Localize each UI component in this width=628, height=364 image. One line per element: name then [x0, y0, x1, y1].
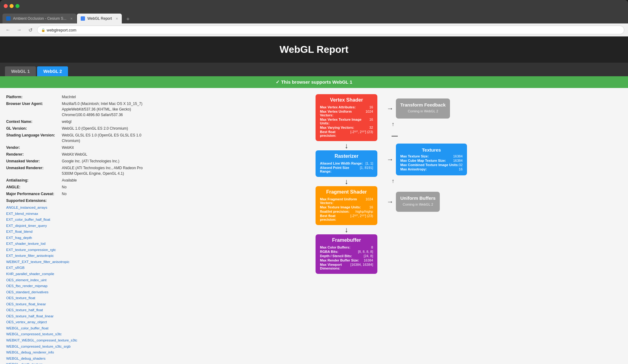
ext-link[interactable]: WEBGL_compressed_texture_s3tc_srgb: [6, 344, 155, 350]
ext-link[interactable]: OES_texture_float: [6, 295, 155, 301]
ext-link[interactable]: EXT_texture_filter_anisotropic: [6, 253, 155, 259]
vs-row-varying: Max Varying Vectors: 32: [320, 126, 373, 129]
minimize-button[interactable]: [10, 4, 14, 8]
vs-texture-value: 16: [369, 118, 373, 125]
shading-value: WebGL GLSL ES 1.0 (OpenGL ES GLSL ES 1.0…: [62, 132, 155, 144]
title-bar: [0, 0, 628, 12]
ext-link[interactable]: OES_texture_half_float_linear: [6, 313, 155, 320]
vs-attr-value: 16: [369, 105, 373, 109]
forward-button[interactable]: →: [15, 26, 23, 34]
webgl1-tab[interactable]: WebGL 1: [5, 66, 36, 76]
tex-combined-label: Max Combined Texture Image Units:: [400, 163, 459, 167]
antialiasing-value: Available: [62, 178, 77, 183]
ext-link[interactable]: ANGLE_instanced_arrays: [6, 205, 155, 211]
glversion-label: GL Version:: [6, 126, 62, 131]
ext-link[interactable]: WEBGL_debug_renderer_info: [6, 349, 155, 356]
unmasked-renderer-label: Unmasked Renderer:: [6, 165, 62, 176]
info-angle: ANGLE: No: [6, 184, 155, 190]
ext-link[interactable]: EXT_frag_depth: [6, 235, 155, 241]
fs-row-texture: Max Texture Image Units: 16: [320, 205, 373, 209]
webgl2-tab-label: WebGL 2: [43, 69, 62, 74]
framebuffer-title: Framebuffer: [320, 237, 373, 243]
webgl1-tab-label: WebGL 1: [11, 69, 30, 74]
textures-title: Textures: [400, 147, 463, 153]
arrow-frag-to-fb: ↓: [345, 225, 348, 234]
main-content: Platform: MacIntel Browser User Agent: M…: [0, 88, 628, 364]
vs-row-texture: Max Vertex Texture Image Units: 16: [320, 118, 373, 125]
ext-link[interactable]: EXT_float_blend: [6, 229, 155, 235]
ext-link[interactable]: WEBKIT_WEBGL_compressed_texture_s3tc: [6, 337, 155, 344]
rast-row-line: Aliased Line Width Range: [1, 1]: [320, 161, 373, 165]
ext-link[interactable]: OES_element_index_uint: [6, 277, 155, 283]
info-extensions-header: Supported Extensions:: [6, 198, 155, 203]
tab-close-webgl[interactable]: ✕: [116, 17, 118, 20]
caveat-value: No: [62, 191, 66, 197]
tab-webgl[interactable]: WebGL Report ✕: [77, 14, 122, 23]
tex-cube-label: Max Cube Map Texture Size:: [400, 159, 453, 162]
unmasked-renderer-value: ANGLE (ATI Technologies Inc., AMD Radeon…: [62, 165, 155, 176]
info-vendor: Vendor: WebKit: [6, 145, 155, 150]
ext-link[interactable]: WEBKIT_EXT_texture_filter_anisotropic: [6, 259, 155, 265]
tab-close-cesium[interactable]: ✕: [70, 17, 73, 20]
fragment-shader-box: Fragment Shader Max Fragment Uniform Vec…: [316, 186, 377, 225]
vertex-shader-title: Vertex Shader: [320, 97, 373, 103]
ext-link[interactable]: EXT_shader_texture_lod: [6, 241, 155, 247]
webgl-favicon: [81, 16, 85, 21]
extensions-label: Supported Extensions:: [6, 198, 62, 203]
ext-link[interactable]: WEBGL_compressed_texture_s3tc: [6, 331, 155, 337]
rast-point-label: Aliased Point Size Range:: [320, 166, 360, 173]
ext-link[interactable]: OES_fbo_render_mipmap: [6, 283, 155, 289]
vs-uniform-value: 1024: [366, 110, 373, 117]
back-button[interactable]: ←: [4, 26, 12, 34]
fs-float-value: [-2¹²⁷, 2¹²⁷] (23): [350, 214, 373, 221]
ext-link[interactable]: WEBGL_color_buffer_float: [6, 325, 155, 332]
ext-link[interactable]: EXT_disjoint_timer_query: [6, 223, 155, 229]
tab-webgl-label: WebGL Report: [87, 16, 112, 21]
arrow-rast-to-frag: ↓: [345, 177, 348, 186]
tab-cesium-label: Ambient Occlusion - Cesium S...: [13, 16, 66, 21]
back-arrow-area2: ↑: [392, 178, 467, 184]
new-tab-button[interactable]: +: [124, 15, 132, 23]
url-bar[interactable]: 🔒 webglreport.com: [37, 26, 624, 34]
ext-link[interactable]: OES_vertex_array_object: [6, 319, 155, 325]
tex-cube-value: 16384: [453, 159, 463, 162]
fb-rgba-label: RGBA Bits:: [320, 250, 358, 253]
fb-depth-label: Depth / Stencil Bits:: [320, 254, 363, 258]
ext-link[interactable]: OES_texture_float_linear: [6, 301, 155, 308]
info-useragent: Browser User Agent: Mozilla/5.0 (Macinto…: [6, 101, 155, 118]
arrow-vs-to-rast: ↓: [345, 141, 348, 150]
rasterizer-box: Rasterizer Aliased Line Width Range: [1,…: [316, 150, 377, 177]
page-content: WebGL Report WebGL 1 WebGL 2 ✓ This brow…: [0, 36, 628, 364]
fragment-shader-title: Fragment Shader: [320, 189, 373, 195]
transform-feedback-box: Transform Feedback Coming in WebGL 2: [396, 98, 450, 119]
fb-depth-value: [24, 8]: [364, 254, 373, 258]
ext-link[interactable]: EXT_texture_compression_rgtc: [6, 247, 155, 253]
ext-link[interactable]: EXT_color_buffer_half_float: [6, 217, 155, 223]
ext-link[interactable]: KHR_parallel_shader_compile: [6, 271, 155, 277]
fb-viewport-label: Max Viewport Dimensions:: [320, 263, 350, 270]
fb-viewport-value: [16384, 16384]: [350, 263, 373, 270]
fs-row-float: Best float precision: [-2¹²⁷, 2¹²⁷] (23): [320, 214, 373, 221]
ext-link[interactable]: WEBGL_debug_shaders: [6, 356, 155, 362]
unmasked-vendor-label: Unmasked Vendor:: [6, 158, 62, 164]
ext-link[interactable]: OES_texture_half_float: [6, 307, 155, 313]
info-caveat: Major Performance Caveat: No: [6, 191, 155, 197]
uniform-title: Uniform Buffers: [400, 195, 435, 201]
ext-link[interactable]: EXT_blend_minmax: [6, 211, 155, 217]
uniform-buffers-box: Uniform Buffers Coming in WebGL 2: [396, 192, 440, 212]
ext-link[interactable]: OES_standard_derivatives: [6, 289, 155, 295]
tab-cesium[interactable]: Ambient Occlusion - Cesium S... ✕: [2, 14, 76, 23]
maximize-button[interactable]: [15, 4, 19, 8]
webgl2-tab[interactable]: WebGL 2: [37, 66, 68, 76]
info-unmasked-vendor: Unmasked Vendor: Google Inc. (ATI Techno…: [6, 158, 155, 164]
uniform-subtitle: Coming in WebGL 2: [400, 203, 435, 206]
vs-float-value: [-2¹²⁷, 2¹²⁷] (23): [350, 130, 373, 137]
reload-button[interactable]: ↺: [26, 26, 35, 34]
ext-link[interactable]: EXT_sRGB: [6, 265, 155, 271]
report-title: WebGL Report: [7, 44, 621, 55]
ext-link[interactable]: WEBGL_depth_texture: [6, 362, 155, 364]
close-button[interactable]: [4, 4, 8, 8]
angle-value: No: [62, 184, 66, 190]
fs-uniform-value: 1024: [366, 197, 373, 205]
tex-row-size: Max Texture Size: 16384: [400, 154, 463, 158]
